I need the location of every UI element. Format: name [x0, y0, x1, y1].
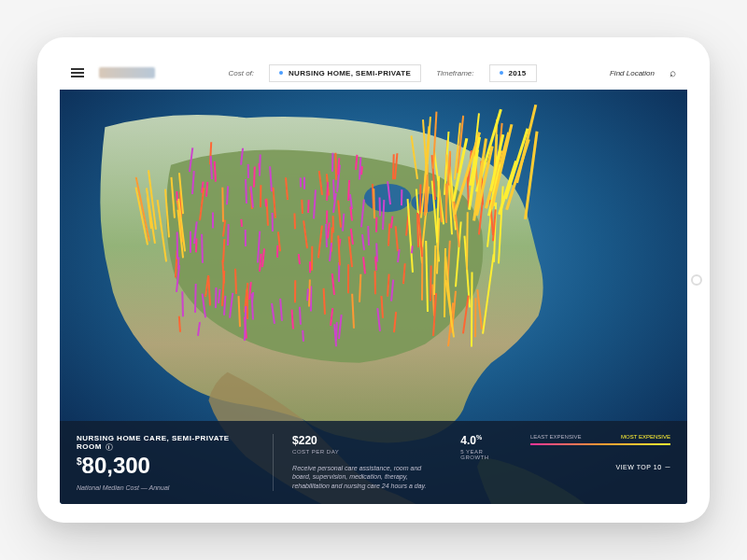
legend-gradient [530, 443, 670, 445]
tablet-frame: Cost of: NURSING HOME, SEMI-PRIVATE Time… [37, 37, 710, 523]
timeframe-label: Timeframe: [436, 69, 473, 77]
search-icon[interactable]: ⌕ [669, 66, 676, 79]
cost-per-day-label: COST PER DAY [292, 449, 434, 455]
map-visualization[interactable]: NURSING HOME CARE, SEMI-PRIVATE ROOMi $8… [60, 90, 687, 504]
timeframe-select[interactable]: 2015 [489, 64, 537, 82]
legend-least: LEAST EXPENSIVE [530, 434, 582, 440]
cost-of-label: Cost of: [228, 69, 254, 77]
info-panel: NURSING HOME CARE, SEMI-PRIVATE ROOMi $8… [60, 421, 687, 504]
annual-cost-sub: National Median Cost — Annual [77, 484, 250, 491]
find-location-label: Find Location [610, 69, 655, 77]
legend-most: MOST EXPENSIVE [621, 434, 670, 440]
cost-per-day-value: $220 [292, 434, 434, 447]
view-top-10-button[interactable]: VIEW TOP 10 ─ [615, 464, 670, 470]
growth-value: 4.0% [460, 434, 508, 447]
svg-point-1 [364, 184, 411, 212]
svg-point-2 [411, 193, 439, 212]
annual-cost: $80,300 [77, 453, 250, 479]
panel-title: NURSING HOME CARE, SEMI-PRIVATE ROOMi [77, 434, 250, 451]
description: Receive personal care assistance, room a… [292, 464, 434, 491]
screen: Cost of: NURSING HOME, SEMI-PRIVATE Time… [60, 56, 687, 504]
menu-icon[interactable] [71, 68, 84, 77]
cost-of-select[interactable]: NURSING HOME, SEMI-PRIVATE [269, 64, 421, 82]
topbar: Cost of: NURSING HOME, SEMI-PRIVATE Time… [60, 56, 687, 90]
growth-label: 5 YEAR GROWTH [460, 449, 508, 460]
logo [99, 67, 155, 78]
info-icon[interactable]: i [106, 443, 113, 451]
